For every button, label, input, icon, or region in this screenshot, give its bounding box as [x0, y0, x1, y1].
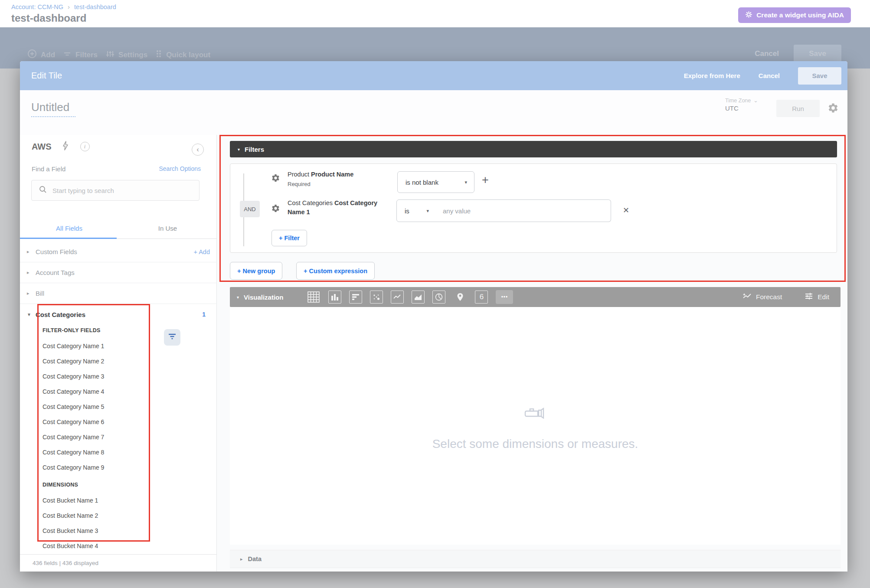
- field-item[interactable]: Cost Bucket Name 1: [43, 493, 151, 508]
- dashboard-cancel-button[interactable]: Cancel: [755, 49, 779, 58]
- sidebar-section-bill[interactable]: ▸ Bill: [20, 283, 217, 304]
- grid-dots-icon: [155, 49, 162, 60]
- single-value-viz-icon[interactable]: 6: [475, 291, 488, 304]
- tab-in-use[interactable]: In Use: [118, 217, 217, 239]
- field-item[interactable]: Cost Bucket Name 3: [43, 523, 151, 539]
- custom-expression-button[interactable]: + Custom expression: [296, 262, 375, 280]
- dashboard-save-button[interactable]: Save: [794, 45, 841, 63]
- timezone-selector[interactable]: Time Zone ⌄ UTC: [725, 97, 758, 112]
- forecast-button[interactable]: Forecast: [742, 292, 782, 302]
- active-tab-underline: [20, 238, 117, 239]
- caret-down-icon: ▾: [426, 208, 429, 214]
- breadcrumb-page-link[interactable]: test-dashboard: [74, 3, 116, 10]
- search-options-link[interactable]: Search Options: [159, 165, 201, 172]
- caret-down-icon: ▾: [238, 147, 240, 152]
- toolbar-quick-layout-label: Quick layout: [166, 51, 210, 59]
- breadcrumb-account-link[interactable]: Account: CCM-NG: [11, 3, 63, 10]
- add-custom-field-link[interactable]: + Add: [194, 248, 210, 255]
- scatter-plot-viz-icon[interactable]: [370, 291, 383, 304]
- filters-section-header[interactable]: ▾ Filters: [230, 141, 837, 157]
- active-filter-chip[interactable]: [164, 329, 180, 346]
- create-widget-aida-button[interactable]: Create a widget using AIDA: [738, 7, 851, 23]
- toolbar-settings[interactable]: Settings: [105, 49, 147, 61]
- run-button[interactable]: Run: [776, 100, 820, 117]
- screen: Account: CCM-NG › test-dashboard test-da…: [0, 0, 870, 588]
- filter-value-input[interactable]: [435, 199, 611, 222]
- tab-all-fields[interactable]: All Fields: [20, 217, 118, 239]
- in-use-count-badge: 1: [202, 311, 206, 318]
- field-item[interactable]: Cost Category Name 7: [43, 430, 151, 445]
- field-item[interactable]: Cost Bucket Name 2: [43, 508, 151, 523]
- sidebar-section-cost-categories[interactable]: ▼ Cost Categories 1: [20, 304, 217, 325]
- search-icon: [39, 185, 47, 196]
- bar-chart-viz-icon[interactable]: [349, 291, 362, 304]
- modal-cancel-button[interactable]: Cancel: [759, 72, 780, 79]
- data-header-label: Data: [248, 555, 262, 562]
- data-section-header[interactable]: ▸ Data: [230, 550, 841, 568]
- toolbar-settings-label: Settings: [118, 51, 147, 59]
- column-chart-viz-icon[interactable]: [328, 291, 341, 304]
- modal-content: AWS i ‹ Find a Field Search Options: [20, 135, 847, 572]
- field-search-box[interactable]: [31, 180, 200, 201]
- operator-dropdown-is-not-blank[interactable]: is not blank ▾: [397, 171, 474, 193]
- operator-value: is not blank: [406, 179, 438, 186]
- field-item[interactable]: Cost Category Name 8: [43, 445, 151, 460]
- tile-title-row: Untitled Time Zone ⌄ UTC Run: [20, 90, 847, 135]
- section-label: Bill: [36, 290, 44, 297]
- tune-sliders-icon: [805, 292, 813, 302]
- filter-gear-icon[interactable]: [271, 173, 280, 184]
- operator-value: is: [405, 207, 409, 215]
- tile-name-input[interactable]: Untitled: [31, 101, 75, 117]
- map-pin-viz-icon[interactable]: [453, 290, 467, 304]
- add-filter-button[interactable]: + Filter: [271, 230, 307, 246]
- field-item[interactable]: Cost Category Name 6: [43, 415, 151, 430]
- line-chart-viz-icon[interactable]: [391, 291, 404, 304]
- toolbar-filters[interactable]: Filters: [63, 49, 98, 60]
- info-icon[interactable]: i: [80, 142, 90, 151]
- visualization-section-header[interactable]: ▾ Visualization: [237, 294, 283, 301]
- new-group-button[interactable]: + New group: [230, 262, 282, 280]
- field-item[interactable]: Cost Category Name 2: [43, 354, 151, 369]
- operator-dropdown-is[interactable]: is ▾: [396, 199, 435, 222]
- query-settings-gear-icon[interactable]: [827, 102, 839, 115]
- modal-save-button[interactable]: Save: [798, 67, 841, 85]
- sidebar-footer: 436 fields | 436 displayed: [20, 554, 216, 572]
- field-group-name: Product: [288, 171, 311, 178]
- caret-down-icon: ▾: [464, 180, 467, 185]
- find-a-field-label: Find a Field: [32, 165, 65, 173]
- collapse-sidebar-button[interactable]: ‹: [192, 144, 204, 156]
- forecast-label: Forecast: [756, 293, 782, 301]
- fields-count-text: 436 fields | 436 displayed: [33, 560, 98, 566]
- table-viz-icon[interactable]: [307, 290, 321, 304]
- filter-only-fields-header: FILTER-ONLY FIELDS: [43, 327, 101, 333]
- explore-from-here-link[interactable]: Explore from Here: [684, 72, 740, 79]
- remove-filter-icon[interactable]: ✕: [623, 206, 629, 215]
- search-input[interactable]: [52, 187, 194, 194]
- field-item[interactable]: Cost Category Name 4: [43, 384, 151, 399]
- filter-lines-icon: [63, 49, 72, 60]
- area-chart-viz-icon[interactable]: [412, 291, 425, 304]
- filter-group-card: Product Product Name Required is not bla…: [230, 163, 837, 253]
- filter-gear-icon[interactable]: [271, 204, 280, 215]
- visualization-header-label: Visualization: [244, 294, 283, 301]
- field-item[interactable]: Cost Bucket Name 4: [43, 539, 151, 554]
- add-filter-value-button[interactable]: +: [482, 173, 489, 187]
- toolbar-add[interactable]: Add: [27, 49, 55, 61]
- filter-field-label: Cost Categories Cost Category Name 1: [288, 199, 386, 217]
- explore-source-name: AWS: [32, 142, 52, 152]
- field-item[interactable]: Cost Category Name 9: [43, 460, 151, 475]
- more-viz-types-icon[interactable]: •••: [496, 290, 513, 304]
- field-item[interactable]: Cost Category Name 1: [43, 339, 151, 354]
- toolbar-quick-layout[interactable]: Quick layout: [155, 49, 210, 60]
- field-group-name: Cost Categories: [288, 199, 334, 206]
- field-item[interactable]: Cost Category Name 5: [43, 399, 151, 415]
- sidebar-section-custom-fields[interactable]: ▸ Custom Fields + Add: [20, 242, 217, 262]
- sidebar-tabs: All Fields In Use: [20, 217, 217, 239]
- edit-viz-button[interactable]: Edit: [805, 292, 829, 302]
- filter-only-field-list: Cost Category Name 1Cost Category Name 2…: [43, 339, 151, 475]
- logic-and-chip[interactable]: AND: [240, 201, 260, 217]
- field-item[interactable]: Cost Category Name 3: [43, 369, 151, 384]
- pie-chart-viz-icon[interactable]: [432, 291, 445, 304]
- flashlight-icon: [524, 407, 546, 421]
- sidebar-section-account-tags[interactable]: ▸ Account Tags: [20, 262, 217, 283]
